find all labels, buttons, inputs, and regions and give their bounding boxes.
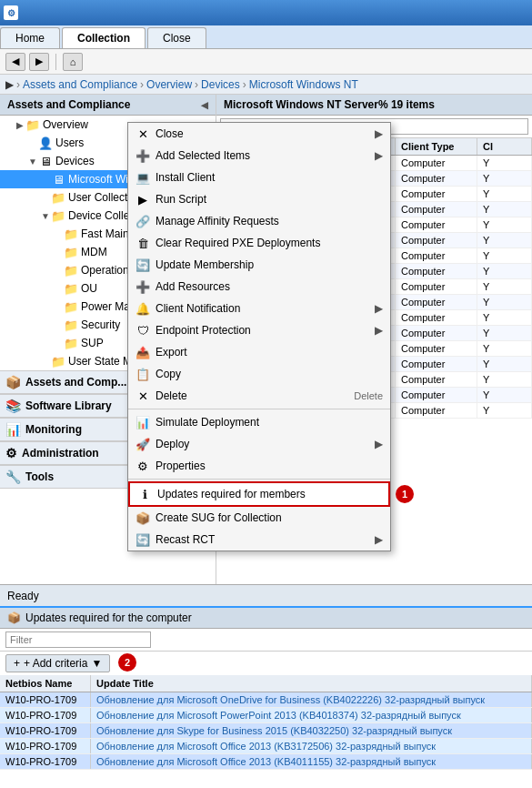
context-menu-item[interactable]: ➕ Add Selected Items▶ [128, 145, 390, 167]
computer-icon: 🖥 [38, 154, 53, 168]
col-cl[interactable]: Cl [477, 138, 532, 155]
context-menu-item[interactable]: 🛡 Endpoint Protection▶ [128, 319, 390, 341]
context-menu-item[interactable]: 📋 Copy [128, 363, 390, 385]
cm-item-icon: ➕ [136, 148, 150, 163]
right-panel-header: Microsoft Windows NT Server% 19 items [216, 95, 532, 116]
context-menu-item[interactable]: 🔗 Manage Affinity Requests [128, 210, 390, 232]
status-text: Ready [7, 590, 39, 602]
td-cl: Y [477, 388, 532, 402]
tab-close[interactable]: Close [147, 27, 206, 48]
context-menu-item[interactable]: 🚀 Deploy▶ [128, 433, 390, 455]
td-client-type: Computer [396, 326, 477, 340]
cm-item-label: Updates required for members [157, 488, 306, 500]
breadcrumb-sep1: › [16, 78, 20, 91]
td-client-type: Computer [396, 171, 477, 186]
context-menu-separator [128, 479, 390, 480]
context-menu-item[interactable]: ✕ DeleteDelete [128, 385, 390, 407]
breadcrumb-assets[interactable]: Assets and Compliance [23, 78, 137, 91]
tree-label: Overview [43, 118, 88, 131]
context-menu-item[interactable]: 📊 Simulate Deployment [128, 411, 390, 433]
bottom-panel-icon: 📦 [7, 611, 21, 624]
bottom-td-title: Обновление для Microsoft PowerPoint 2013… [91, 708, 532, 722]
cm-item-icon: 🗑 [136, 236, 150, 250]
cm-item-icon: 📤 [136, 345, 150, 359]
cm-item-icon: ▶ [136, 192, 150, 207]
context-menu-item[interactable]: ➕ Add Resources [128, 276, 390, 298]
td-client-type: Computer [396, 403, 477, 418]
back-button[interactable]: ◀ [5, 53, 25, 71]
cm-item-label: Close [156, 127, 184, 140]
bottom-col-netbios[interactable]: Netbios Name [0, 675, 91, 692]
bottom-table-row[interactable]: W10-PRO-1709 Обновление для Microsoft Of… [0, 754, 532, 770]
tree-label: Users [55, 136, 84, 149]
folder-icon: 📁 [64, 318, 78, 332]
td-cl: Y [477, 248, 532, 263]
tab-collection[interactable]: Collection [62, 27, 146, 48]
software-icon: 📚 [5, 399, 21, 413]
cm-item-icon: ✕ [136, 389, 150, 403]
col-client-type[interactable]: Client Type [396, 138, 477, 155]
td-client-type: Computer [396, 341, 477, 356]
bottom-table-body: W10-PRO-1709 Обновление для Microsoft On… [0, 692, 532, 788]
toolbar-separator [55, 54, 56, 70]
folder-icon: 📁 [64, 336, 78, 350]
collapse-button[interactable]: ◀ [201, 100, 208, 110]
submenu-arrow-icon: ▶ [375, 302, 383, 315]
folder-icon: 📁 [64, 299, 78, 314]
computer-icon: 🖥 [51, 172, 65, 187]
td-cl: Y [477, 264, 532, 278]
context-menu-item[interactable]: 🔄 Recast RCT▶ [128, 529, 390, 551]
cm-item-label: Endpoint Protection [156, 324, 251, 337]
cm-item-icon: 🚀 [136, 437, 150, 451]
bottom-td-netbios: W10-PRO-1709 [0, 739, 91, 753]
context-menu-item[interactable]: 🔄 Update Membership [128, 254, 390, 276]
td-client-type: Computer [396, 248, 477, 263]
bottom-table-header: Netbios Name Update Title [0, 675, 532, 692]
badge-2: 2 [118, 653, 136, 672]
context-menu-item[interactable]: 💻 Install Client [128, 167, 390, 188]
forward-button[interactable]: ▶ [29, 53, 49, 71]
context-menu-item[interactable]: 📦 Create SUG for Collection [128, 507, 390, 529]
breadcrumb-overview[interactable]: Overview [146, 78, 192, 91]
folder-icon: 📁 [51, 190, 65, 205]
bottom-panel-title: Updates required for the computer [25, 611, 192, 624]
left-panel-header: Assets and Compliance ◀ [0, 95, 216, 116]
tab-home[interactable]: Home [0, 27, 60, 48]
home-button[interactable]: ⌂ [63, 53, 83, 71]
context-menu-item[interactable]: ▶ Run Script [128, 188, 390, 210]
breadcrumb-devices[interactable]: Devices [201, 78, 240, 91]
breadcrumb: ▶ › Assets and Compliance › Overview › D… [0, 75, 532, 95]
td-cl: Y [477, 326, 532, 340]
context-menu-item[interactable]: ✕ Close▶ [128, 123, 390, 145]
tools-icon: 🔧 [5, 470, 21, 484]
cm-item-label: Add Resources [156, 280, 230, 293]
breadcrumb-mswinnt[interactable]: Microsoft Windows NT [249, 78, 358, 91]
td-cl: Y [477, 403, 532, 418]
section-label: Software Library [25, 399, 112, 412]
bottom-td-title: Обновление для Microsoft Office 2013 (KB… [91, 754, 532, 769]
cm-item-icon: 🔔 [136, 301, 150, 316]
add-criteria-container: + + Add criteria ▼ 2 [0, 652, 532, 675]
context-menu-item[interactable]: ℹ Updates required for members1 [128, 481, 390, 507]
cm-item-icon: ✕ [136, 126, 150, 141]
bottom-col-title[interactable]: Update Title [91, 675, 532, 692]
bottom-table-row[interactable]: W10-PRO-1709 Обновление для Microsoft Po… [0, 708, 532, 723]
td-cl: Y [477, 233, 532, 248]
context-menu-item[interactable]: 🗑 Clear Required PXE Deployments [128, 232, 390, 254]
context-menu-item[interactable]: 🔔 Client Notification▶ [128, 298, 390, 319]
td-client-type: Computer [396, 156, 477, 170]
bottom-table-row[interactable]: W10-PRO-1709 Обновление для Microsoft Of… [0, 739, 532, 754]
td-cl: Y [477, 156, 532, 170]
filter-input[interactable] [5, 631, 151, 648]
bottom-table-row[interactable]: W10-PRO-1709 Обновление для Microsoft On… [0, 692, 532, 708]
submenu-arrow-icon: ▶ [375, 127, 383, 140]
context-menu-item[interactable]: 📤 Export [128, 341, 390, 363]
bottom-td-title: Обновление для Microsoft Office 2013 (KB… [91, 739, 532, 753]
td-cl: Y [477, 295, 532, 309]
tree-label: Devices [55, 155, 95, 167]
bottom-table-row[interactable]: W10-PRO-1709 Обновление для Skype for Bu… [0, 723, 532, 739]
cm-item-icon: 📦 [136, 510, 150, 525]
toolbar: ◀ ▶ ⌂ [0, 49, 532, 75]
add-criteria-button[interactable]: + + Add criteria ▼ [5, 654, 110, 672]
context-menu-item[interactable]: ⚙ Properties [128, 455, 390, 477]
